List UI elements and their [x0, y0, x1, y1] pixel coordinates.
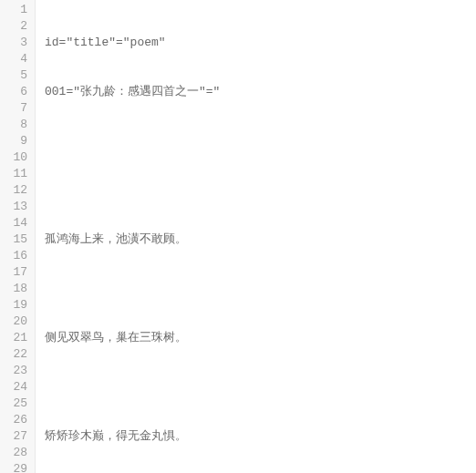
- code-line[interactable]: [45, 182, 476, 199]
- code-line[interactable]: 001="张九龄：感遇四首之一"=": [45, 84, 476, 100]
- line-number: 9: [5, 133, 27, 149]
- line-number: 26: [5, 412, 27, 428]
- code-line[interactable]: 侧见双翠鸟，巢在三珠树。: [45, 330, 476, 346]
- line-number: 14: [5, 215, 27, 231]
- line-number: 28: [5, 445, 27, 461]
- code-line[interactable]: [45, 133, 476, 149]
- code-line[interactable]: 孤鸿海上来，池潢不敢顾。: [45, 231, 476, 248]
- line-number: 27: [5, 428, 27, 445]
- line-number: 10: [5, 149, 27, 166]
- code-line[interactable]: id="title"="poem": [45, 35, 476, 51]
- line-number: 19: [5, 297, 27, 314]
- line-number: 25: [5, 396, 27, 412]
- line-number: 13: [5, 199, 27, 215]
- line-number: 22: [5, 346, 27, 363]
- line-number: 23: [5, 363, 27, 379]
- code-line[interactable]: [45, 379, 476, 396]
- line-number: 6: [5, 84, 27, 100]
- line-number: 5: [5, 67, 27, 84]
- code-line[interactable]: 矫矫珍木巅，得无金丸惧。: [45, 428, 476, 445]
- line-number: 24: [5, 379, 27, 396]
- code-line[interactable]: [45, 281, 476, 297]
- line-number: 29: [5, 461, 27, 473]
- code-area[interactable]: id="title"="poem" 001="张九龄：感遇四首之一"=" 孤鸿海…: [36, 0, 476, 473]
- line-number: 3: [5, 35, 27, 51]
- line-number: 12: [5, 182, 27, 199]
- code-editor[interactable]: 1 2 3 4 5 6 7 8 9 10 11 12 13 14 15 16 1…: [0, 0, 476, 473]
- line-number: 17: [5, 264, 27, 281]
- line-number: 2: [5, 18, 27, 35]
- line-number: 11: [5, 166, 27, 182]
- line-number: 20: [5, 314, 27, 330]
- line-number: 8: [5, 117, 27, 133]
- line-number: 16: [5, 248, 27, 264]
- line-number: 1: [5, 2, 27, 18]
- line-number-gutter: 1 2 3 4 5 6 7 8 9 10 11 12 13 14 15 16 1…: [0, 0, 36, 473]
- line-number: 15: [5, 231, 27, 248]
- line-number: 7: [5, 100, 27, 117]
- line-number: 18: [5, 281, 27, 297]
- line-number: 21: [5, 330, 27, 346]
- line-number: 4: [5, 51, 27, 67]
